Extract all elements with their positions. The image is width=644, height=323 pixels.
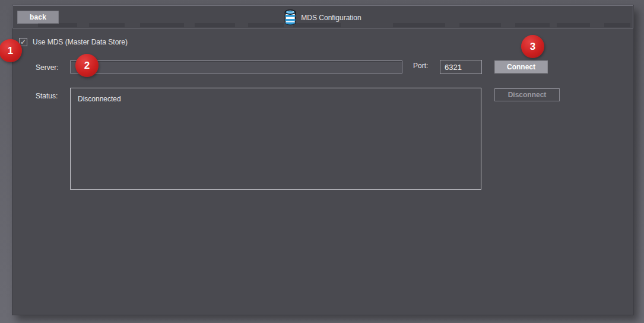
annotation-badge-2: 2 (75, 54, 99, 77)
ghost-tab (557, 23, 590, 27)
port-input[interactable] (440, 60, 482, 74)
server-label: Server: (36, 63, 59, 72)
ghost-tab (38, 23, 77, 27)
ghost-tab (89, 23, 125, 27)
page-title: MDS Configuration (301, 14, 361, 22)
ghost-tab (604, 23, 630, 27)
disconnect-button[interactable]: Disconnect (494, 88, 560, 101)
ghost-tab (515, 23, 550, 27)
header-bar: back MDS Configuration (12, 5, 633, 28)
ghost-tab (140, 23, 184, 27)
ghost-tab (459, 23, 501, 27)
annotation-badge-3: 3 (521, 35, 544, 58)
port-label: Port: (413, 62, 428, 70)
ghost-tab (293, 23, 341, 27)
ghost-tab (393, 23, 445, 27)
use-mds-row: ✓ Use MDS (Master Data Store) (19, 38, 128, 46)
ghost-tab (195, 23, 235, 27)
status-output: Disconnected (70, 88, 481, 190)
mds-configuration-screen: { "window": { "title": "MDS Configuratio… (0, 0, 644, 323)
use-mds-label: Use MDS (Master Data Store) (33, 38, 128, 46)
connect-button[interactable]: Connect (494, 60, 548, 73)
server-input[interactable] (70, 60, 402, 73)
status-label: Status: (36, 92, 58, 100)
ghost-tab (248, 23, 284, 27)
back-button[interactable]: back (17, 11, 59, 24)
